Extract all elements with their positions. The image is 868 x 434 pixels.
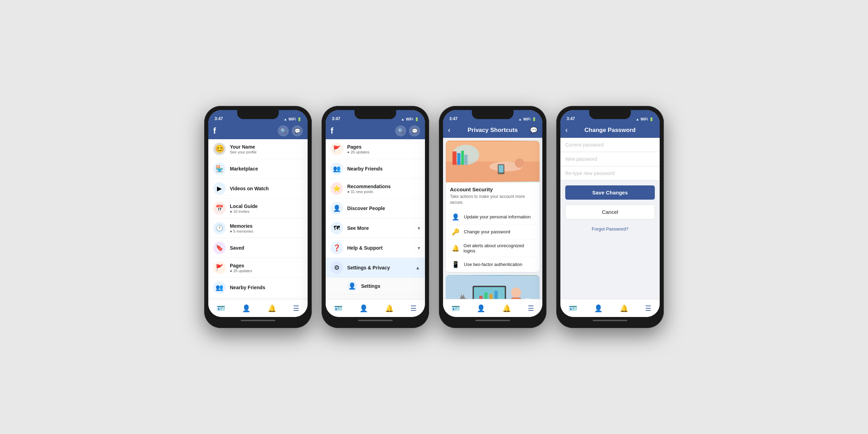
battery-icon-4: 🔋: [649, 117, 653, 121]
new-password-input[interactable]: [560, 152, 660, 166]
p2-nearby-icon: 👥: [331, 162, 343, 175]
fb-header-1: f 🔍 💬: [208, 123, 308, 139]
p3-nav-home-icon[interactable]: 🪪: [449, 301, 463, 315]
forgot-password-link[interactable]: Forgot Password?: [560, 223, 660, 235]
fb-logo-2: f: [331, 126, 333, 136]
svg-rect-7: [457, 153, 461, 165]
p2-nearby-item[interactable]: 👥 Nearby Friends: [326, 159, 425, 179]
p2-pages-item[interactable]: 🚩 Pages ● 26 updates: [326, 139, 425, 159]
bottom-nav-4: 🪪 👤 🔔 ☰: [560, 299, 660, 317]
marketplace-item[interactable]: 🏪 Marketplace: [208, 159, 308, 179]
search-icon-2[interactable]: 🔍: [395, 125, 406, 136]
p2-see-more-item[interactable]: 🗺 See More ▾: [326, 218, 425, 238]
svg-rect-18: [494, 291, 498, 299]
wifi-icon-3: WiFi: [523, 117, 531, 121]
p2-discover-item[interactable]: 👤 Discover People: [326, 199, 425, 218]
nav-profile-icon[interactable]: 👤: [239, 301, 253, 315]
status-time-3: 3:47: [449, 116, 458, 121]
home-bar-3: [475, 320, 510, 321]
p4-nav-profile-icon[interactable]: 👤: [591, 301, 606, 315]
p2-reco-item[interactable]: ⭐ Recommendations ● 31 new posts: [326, 179, 425, 199]
home-indicator-3: [443, 317, 542, 324]
messenger-icon-3[interactable]: 💬: [528, 126, 537, 134]
cancel-button[interactable]: Cancel: [565, 205, 655, 219]
p3-nav-menu-icon[interactable]: ☰: [525, 301, 537, 315]
videos-item[interactable]: ▶ Videos on Watch: [208, 179, 308, 199]
marketplace-label: Marketplace: [230, 166, 303, 172]
nav-notifications-icon[interactable]: 🔔: [265, 301, 279, 315]
wifi-icon: WiFi: [289, 117, 296, 121]
change-password-label: Change your password: [464, 229, 510, 234]
p2-nav-home-icon[interactable]: 🪪: [331, 301, 345, 315]
update-personal-item[interactable]: 👤 Update your personal information: [446, 210, 540, 225]
p4-nav-menu-icon[interactable]: ☰: [642, 301, 654, 315]
home-bar-2: [358, 320, 393, 321]
videos-icon: ▶: [213, 182, 226, 195]
p4-nav-notifications-icon[interactable]: 🔔: [617, 301, 631, 315]
two-factor-icon: 📱: [451, 261, 460, 268]
fb-header-4: ‹ Change Password: [560, 123, 660, 138]
profile-item[interactable]: 😊 Your Name See your profile: [208, 139, 308, 159]
p2-privacy-shortcuts-item[interactable]: 🔒 Privacy Shortcuts: [326, 295, 425, 299]
saved-icon: 🔖: [213, 242, 226, 254]
local-guide-label: Local Guide: [230, 203, 303, 209]
p3-nav-profile-icon[interactable]: 👤: [474, 301, 488, 315]
nearby-label: Nearby Friends: [230, 285, 303, 290]
home-bar-1: [241, 320, 275, 321]
privacy-content: Account Security Take actions to make yo…: [443, 138, 542, 299]
battery-icon-2: 🔋: [415, 117, 419, 121]
p2-see-more-icon: 🗺: [331, 222, 343, 234]
back-button-4[interactable]: ‹: [565, 126, 575, 135]
saved-item[interactable]: 🔖 Saved: [208, 238, 308, 258]
p2-nav-profile-icon[interactable]: 👤: [357, 301, 371, 315]
memories-icon: 🕐: [213, 222, 226, 234]
password-form: [560, 138, 660, 181]
local-guide-item[interactable]: 📅 Local Guide ● 10 invites: [208, 199, 308, 218]
memories-item[interactable]: 🕐 Memories ● 5 memories: [208, 218, 308, 238]
nearby-friends-item[interactable]: 👥 Nearby Friends: [208, 278, 308, 298]
phone-1: 3:47 ▲ WiFi 🔋 f 🔍 💬 😊: [204, 106, 312, 328]
svg-point-19: [511, 287, 521, 297]
status-icons-2: ▲ WiFi 🔋: [401, 117, 419, 121]
get-alerts-item[interactable]: 🔔 Get alerts about unrecognized logins: [446, 240, 540, 257]
p2-settings-privacy-icon: ⚙: [331, 261, 343, 274]
p2-reco-sub: ● 31 new posts: [347, 190, 420, 194]
p2-settings-privacy-label: Settings & Privacy: [347, 265, 411, 270]
p2-settings-privacy-arrow: ▲: [415, 265, 420, 270]
bottom-nav-3: 🪪 👤 🔔 ☰: [443, 299, 542, 317]
get-alerts-icon: 🔔: [451, 244, 460, 252]
phone-4: 3:47 ▲ WiFi 🔋 ‹ Change Password Save Ch: [556, 106, 664, 328]
bottom-nav-1: 🪪 👤 🔔 ☰: [208, 299, 308, 317]
pages-icon: 🚩: [213, 261, 226, 274]
p4-nav-home-icon[interactable]: 🪪: [566, 301, 580, 315]
phone-3: 3:47 ▲ WiFi 🔋 ‹ Privacy Shortcuts 💬: [439, 106, 546, 328]
marketplace-icon: 🏪: [213, 162, 226, 175]
back-button-3[interactable]: ‹: [448, 126, 458, 135]
memories-sub: ● 5 memories: [230, 229, 303, 233]
nav-menu-icon[interactable]: ☰: [290, 301, 302, 315]
search-icon[interactable]: 🔍: [278, 125, 289, 136]
signal-icon-3: ▲: [518, 117, 522, 121]
messenger-icon[interactable]: 💬: [292, 125, 303, 136]
header-actions-1: 🔍 💬: [278, 125, 303, 136]
p2-settings-item[interactable]: 👤 Settings: [326, 278, 425, 295]
p2-help-item[interactable]: ❓ Help & Support ▾: [326, 238, 425, 258]
p2-settings-privacy-item[interactable]: ⚙ Settings & Privacy ▲: [326, 258, 425, 278]
signal-icon-4: ▲: [636, 117, 639, 121]
notch-1: [237, 110, 279, 119]
save-changes-button[interactable]: Save Changes: [565, 185, 655, 200]
retype-password-input[interactable]: [560, 166, 660, 181]
status-time-1: 3:47: [215, 116, 223, 121]
p2-help-icon: ❓: [331, 242, 343, 254]
two-factor-item[interactable]: 📱 Use two-factor authentication: [446, 257, 540, 272]
pages-item[interactable]: 🚩 Pages ● 26 updates: [208, 258, 308, 278]
messenger-icon-2[interactable]: 💬: [409, 125, 420, 136]
fb-header-3: ‹ Privacy Shortcuts 💬: [443, 123, 542, 138]
current-password-input[interactable]: [560, 138, 660, 152]
p3-nav-notifications-icon[interactable]: 🔔: [500, 301, 514, 315]
menu-list-2: 🚩 Pages ● 26 updates 👥 Nearby Friends ⭐ …: [326, 139, 425, 299]
change-password-item[interactable]: 🔑 Change your password: [446, 225, 540, 240]
nav-home-icon[interactable]: 🪪: [214, 301, 228, 315]
p2-nav-menu-icon[interactable]: ☰: [408, 301, 419, 315]
p2-nav-notifications-icon[interactable]: 🔔: [382, 301, 397, 315]
